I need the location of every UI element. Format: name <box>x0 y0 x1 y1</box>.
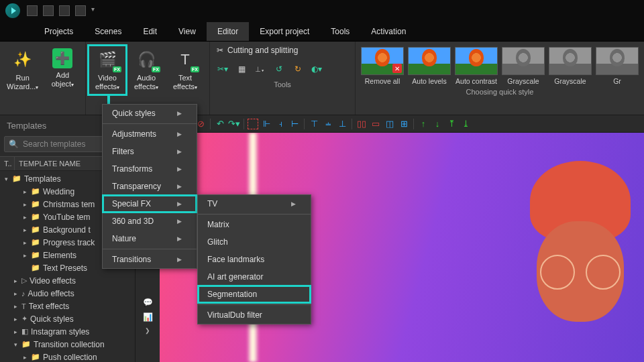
expand-icon[interactable]: ▸ <box>12 316 19 322</box>
distribute-icon[interactable]: ▯▯ <box>356 118 368 130</box>
menu-item-segmentation[interactable]: Segmentation <box>198 286 311 303</box>
menu-item-filters[interactable]: Filters▶ <box>103 143 197 160</box>
quickstyle-thumb[interactable]: Gr <box>596 47 639 85</box>
align-icon[interactable]: ⊢ <box>288 118 301 130</box>
expand-icon[interactable]: ▾ <box>3 176 9 182</box>
quickstyle-thumb[interactable]: Grayscale <box>549 47 592 85</box>
align-icon[interactable]: ⊩ <box>260 118 272 130</box>
quickstyle-thumb[interactable]: Auto contrast <box>455 47 498 85</box>
menu-item-special-fx[interactable]: Special FX▶ <box>103 195 197 213</box>
qat-icon[interactable] <box>43 5 54 16</box>
quickstyle-thumb[interactable]: Remove all <box>361 47 404 85</box>
comment-icon[interactable]: 💬 <box>143 298 153 307</box>
menu-item-label: Glitch <box>207 237 228 247</box>
menu-item-matrix[interactable]: Matrix <box>198 216 311 233</box>
expand-icon[interactable]: ▸ <box>21 201 28 208</box>
menu-activation[interactable]: Activation <box>360 22 417 41</box>
tree-label: Instagram styles <box>31 327 89 337</box>
menu-item-transitions[interactable]: Transitions▶ <box>103 251 197 268</box>
menu-export-project[interactable]: Export project <box>249 22 320 41</box>
text-effects-button[interactable]: TTexteffects▾ <box>166 46 204 95</box>
align-icon[interactable]: ⊥ <box>336 118 348 130</box>
move-up-icon[interactable]: ↑ <box>417 118 429 130</box>
quickstyle-thumb[interactable]: Auto levels <box>408 47 451 85</box>
expand-icon[interactable]: ▸ <box>21 252 28 259</box>
qat-icon[interactable] <box>27 5 38 16</box>
folder-icon: 📁 <box>31 187 40 196</box>
menu-item-label: AI art generator <box>207 272 263 282</box>
col-header[interactable]: T.. <box>0 157 15 170</box>
tree-label: YouTube tem <box>43 213 91 222</box>
folder-icon: 📁 <box>31 353 40 361</box>
redo-icon[interactable]: ↷▾ <box>228 118 240 130</box>
tree-item[interactable]: ▸TText effects <box>0 300 135 312</box>
menu-edit[interactable]: Edit <box>132 22 168 41</box>
qat-overflow-icon[interactable]: ▾ <box>91 5 95 16</box>
menu-tools[interactable]: Tools <box>320 22 360 41</box>
expand-icon[interactable]: ▸ <box>21 227 28 233</box>
tree-item[interactable]: ▸◧Instagram styles <box>0 325 135 338</box>
menu-item-glitch[interactable]: Glitch <box>198 233 311 251</box>
qat-icon[interactable] <box>75 5 86 16</box>
align-icon[interactable]: ⫨ <box>322 118 334 130</box>
menu-item-adjustments[interactable]: Adjustments▶ <box>103 125 197 143</box>
move-down-icon[interactable]: ↓ <box>431 118 443 130</box>
expand-icon[interactable]: ▾ <box>12 341 19 348</box>
menu-editor[interactable]: Editor <box>207 22 249 41</box>
menu-item-360-and-3d[interactable]: 360 and 3D▶ <box>103 213 197 230</box>
rotate-left-icon[interactable]: ↺ <box>273 63 285 75</box>
tree-item[interactable]: ▸✦Quick styles <box>0 312 135 325</box>
menu-item-transparency[interactable]: Transparency▶ <box>103 178 197 195</box>
menu-item-virtualdub-filter[interactable]: VirtualDub filter <box>198 306 311 324</box>
menu-view[interactable]: View <box>168 22 207 41</box>
expand-icon[interactable]: ▸ <box>21 354 28 361</box>
menu-item-tv[interactable]: TV▶ <box>198 195 311 213</box>
menu-item-nature[interactable]: Nature▶ <box>103 230 197 247</box>
quickstyle-thumb[interactable]: Grayscale <box>502 47 545 85</box>
distribute-icon[interactable]: ▭ <box>370 118 382 130</box>
add-object-button[interactable]: ➕Addobject▾ <box>44 46 81 92</box>
menu-item-ai-art-generator[interactable]: AI art generator <box>198 268 311 286</box>
expand-icon[interactable]: ▸ <box>21 188 28 195</box>
undo-icon[interactable]: ↶ <box>214 118 226 130</box>
rotate-right-icon[interactable]: ↻ <box>292 63 304 75</box>
tree-item[interactable]: ▸▷Video effects <box>0 274 135 287</box>
distribute-icon[interactable]: ⊞ <box>398 118 410 130</box>
menu-item-quick-styles[interactable]: Quick styles▶ <box>103 105 197 122</box>
menu-item-face-landmarks[interactable]: Face landmarks <box>198 251 311 268</box>
select-icon[interactable] <box>248 119 258 129</box>
expand-icon[interactable]: ▸ <box>21 214 28 221</box>
expand-icon[interactable]: ▸ <box>21 239 28 246</box>
cutting-splitting-button[interactable]: ✂ Cutting and splitting <box>210 42 355 59</box>
expand-icon[interactable]: ❯ <box>145 327 150 334</box>
align-icon[interactable]: ⫞ <box>274 118 286 130</box>
expand-icon[interactable]: ▸ <box>12 303 19 310</box>
audio-effects-button[interactable]: 🎧Audioeffects▾ <box>127 46 165 95</box>
tool-icon[interactable]: ✂▾ <box>217 63 229 75</box>
folder-icon: 📁 <box>31 225 40 234</box>
move-top-icon[interactable]: ⤒ <box>445 118 458 130</box>
col-header[interactable]: TEMPLATE NAME <box>15 157 85 170</box>
expand-icon[interactable]: ▸ <box>12 290 19 297</box>
tree-item[interactable]: ▸📁Push collection <box>0 351 135 362</box>
menu-projects[interactable]: Projects <box>34 22 84 41</box>
submenu-arrow-icon: ▶ <box>177 148 182 155</box>
chart-icon[interactable]: 📊 <box>143 312 153 322</box>
expand-icon[interactable]: ▸ <box>12 328 19 335</box>
menu-item-transforms[interactable]: Transforms▶ <box>103 160 197 178</box>
tree-item[interactable]: ▾📁Transition collection <box>0 338 135 351</box>
tree-item[interactable]: ▸♪Audio effects <box>0 287 135 300</box>
tool-icon[interactable]: ◐▾ <box>311 63 323 75</box>
crop-icon[interactable]: ⟂▾ <box>254 63 266 75</box>
tree-label: Audio effects <box>28 289 74 298</box>
align-icon[interactable]: ⊤ <box>308 118 320 130</box>
menu-scenes[interactable]: Scenes <box>84 22 132 41</box>
move-bottom-icon[interactable]: ⤓ <box>460 118 472 130</box>
tool-icon[interactable]: ▦ <box>235 63 248 75</box>
ribbon: ✨RunWizard...▾➕Addobject▾ 🎬Videoeffects▾… <box>0 42 644 115</box>
run-wizard--button[interactable]: ✨RunWizard...▾ <box>3 46 42 95</box>
distribute-icon[interactable]: ◫ <box>384 118 396 130</box>
video-effects-button[interactable]: 🎬Videoeffects▾ <box>89 46 126 95</box>
expand-icon[interactable]: ▸ <box>12 278 19 284</box>
qat-icon[interactable] <box>59 5 70 16</box>
